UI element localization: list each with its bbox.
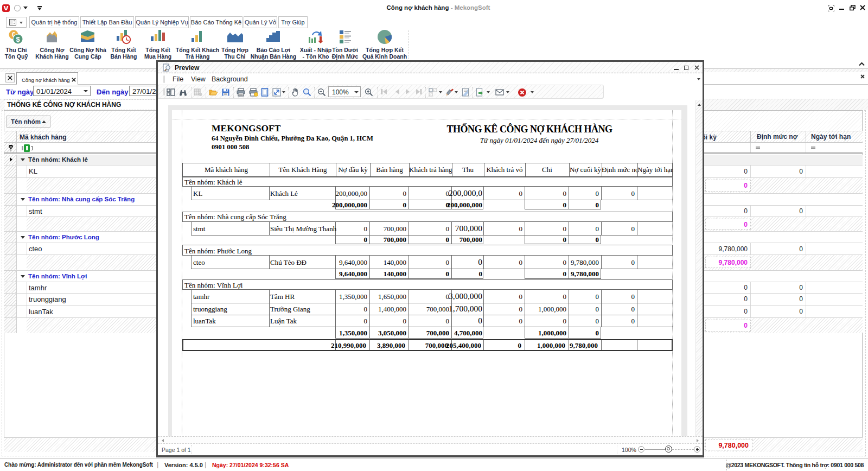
svg-text:$: $: [16, 35, 20, 43]
